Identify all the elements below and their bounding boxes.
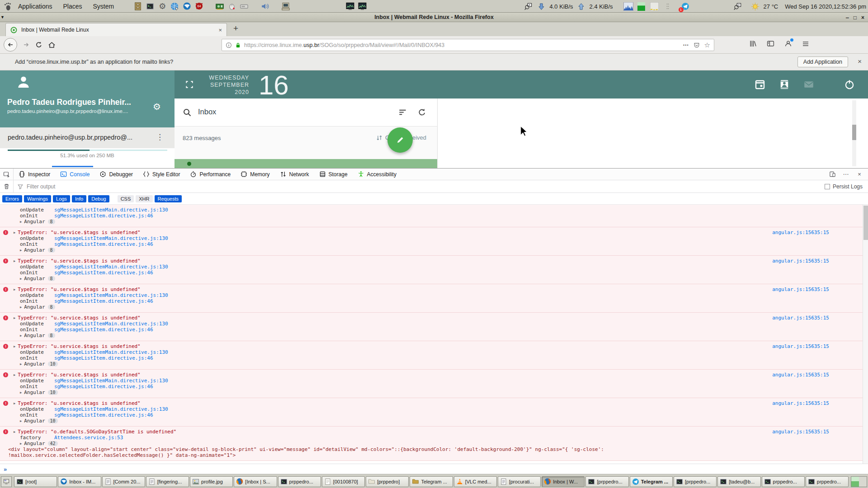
source-link[interactable]: angular.js:15635:15: [772, 258, 829, 264]
devtools-tab-performance[interactable]: Performance: [185, 169, 236, 180]
taskbar-item[interactable]: [Inbox | S...: [234, 476, 277, 487]
account-row[interactable]: pedro.tadeu.pinheiro@usp.br,prppedro@...…: [0, 127, 175, 148]
expand-caret-icon[interactable]: ▶: [20, 277, 22, 281]
expand-caret-icon[interactable]: ▶: [14, 231, 15, 235]
add-application-button[interactable]: Add Application: [797, 56, 848, 67]
mail-icon[interactable]: [803, 79, 815, 90]
filter-chip-errors[interactable]: Errors: [2, 195, 22, 202]
logout-power-icon[interactable]: [844, 79, 855, 90]
expand-caret-icon[interactable]: ▶: [14, 430, 15, 434]
taskbar-item[interactable]: [VLC med...: [454, 476, 497, 487]
taskbar-item[interactable]: [prppedro...: [585, 476, 628, 487]
account-menu-icon[interactable]: ⋮: [156, 132, 164, 142]
source-link[interactable]: angular.js:15635:15: [772, 230, 829, 235]
workstation-icon[interactable]: [281, 1, 291, 11]
volume-icon[interactable]: [260, 1, 270, 11]
account-icon[interactable]: [784, 40, 792, 47]
stack-file-link[interactable]: sgMessageListItem.directive.js:46: [54, 384, 153, 389]
thunderbird-icon[interactable]: [182, 1, 192, 11]
hamburger-menu-icon[interactable]: [802, 40, 809, 47]
tab-close-icon[interactable]: ×: [218, 27, 222, 33]
expand-caret-icon[interactable]: ▶: [20, 362, 22, 366]
angular-frames-line[interactable]: ▶Angular42: [0, 441, 868, 446]
notification-close-icon[interactable]: ×: [858, 57, 862, 65]
taskbar-item[interactable]: prppedro...: [278, 476, 321, 487]
net-graph-icon[interactable]: [623, 1, 633, 11]
expand-caret-icon[interactable]: ▶: [14, 288, 15, 291]
order-sort-icon[interactable]: [376, 135, 382, 141]
persist-logs-checkbox[interactable]: [825, 184, 830, 189]
taskbar-item[interactable]: [prppedro]: [366, 476, 409, 487]
volume-tray-icon[interactable]: [693, 1, 703, 11]
source-link[interactable]: angular.js:15635:15: [772, 315, 829, 321]
logged-html-element[interactable]: <div layout="column" layout-align="start…: [0, 446, 868, 452]
filter-chip-warnings[interactable]: Warnings: [24, 195, 51, 202]
search-tool-icon[interactable]: [733, 1, 743, 11]
bulb-tray-icon[interactable]: [707, 1, 717, 11]
taskbar-item[interactable]: [root]: [14, 476, 57, 487]
stack-file-link[interactable]: sgMessageListItemMain.directive.js:130: [54, 292, 168, 298]
filter-chip-css[interactable]: CSS: [118, 195, 134, 202]
library-icon[interactable]: [749, 40, 757, 47]
refresh-icon[interactable]: [418, 108, 426, 117]
devtools-tab-inspector[interactable]: Inspector: [14, 169, 55, 180]
filter-chip-logs[interactable]: Logs: [53, 195, 70, 202]
source-link[interactable]: angular.js:15635:15: [772, 372, 829, 378]
stack-file-link[interactable]: sgMessageListItemMain.directive.js:130: [54, 264, 168, 270]
stack-file-link[interactable]: sgMessageListItemMain.directive.js:130: [54, 406, 168, 412]
stack-file-link[interactable]: sgMessageListItemMain.directive.js:130: [54, 207, 168, 213]
console-scrollbar[interactable]: [863, 205, 868, 464]
taskbar-item[interactable]: [procurati...: [498, 476, 541, 487]
devtools-tab-network[interactable]: Network: [275, 169, 314, 180]
clear-console-icon[interactable]: [0, 180, 14, 192]
expand-caret-icon[interactable]: ▶: [14, 259, 15, 263]
search-bar[interactable]: Inbox: [175, 99, 437, 127]
source-link[interactable]: angular.js:15635:15: [772, 343, 829, 349]
taskbar-item[interactable]: [tadeu@b...: [717, 476, 760, 487]
grip-icon[interactable]: [663, 1, 673, 11]
menu-applications[interactable]: Applications: [13, 0, 58, 13]
source-link[interactable]: angular.js:15635:15: [772, 400, 829, 406]
compose-fab-button[interactable]: [387, 127, 413, 153]
angular-frames-line[interactable]: ▶Angular8: [0, 219, 868, 225]
taskbar-item[interactable]: Telegram ...: [410, 476, 453, 487]
stack-file-link[interactable]: sgMessageListItem.directive.js:46: [54, 355, 153, 361]
taskbar-item[interactable]: [prppedro...: [674, 476, 717, 487]
workspace-pager[interactable]: [851, 476, 867, 487]
angular-frames-line[interactable]: ▶Angular8: [0, 247, 868, 253]
red-64-app-icon[interactable]: 64: [194, 1, 204, 11]
expand-caret-icon[interactable]: ▶: [14, 402, 15, 405]
vlc-tray-icon[interactable]: [720, 1, 730, 11]
io-graph-icon[interactable]: [650, 1, 660, 11]
calendar-icon[interactable]: [754, 79, 766, 90]
angular-frames-line[interactable]: ▶Angular10: [0, 361, 868, 367]
show-desktop-button[interactable]: [1, 476, 12, 487]
taskbar-item[interactable]: Inbox - IM...: [58, 476, 101, 487]
angular-frames-line[interactable]: ▶Angular8: [0, 304, 868, 310]
menu-system[interactable]: System: [88, 0, 120, 13]
search-tool-icon[interactable]: [524, 1, 533, 11]
video-card-icon[interactable]: [215, 1, 225, 11]
expand-caret-icon[interactable]: ▶: [20, 249, 22, 252]
detail-scrollbar[interactable]: [852, 100, 856, 166]
devtools-close-icon[interactable]: ×: [854, 171, 865, 178]
angular-frames-line[interactable]: ▶Angular8: [0, 333, 868, 338]
expand-caret-icon[interactable]: ▶: [20, 220, 22, 224]
devtools-tab-style-editor[interactable]: Style Editor: [138, 169, 185, 180]
devtools-tab-accessibility[interactable]: Accessibility: [353, 169, 401, 180]
pocket-icon[interactable]: [693, 42, 700, 48]
expand-caret-icon[interactable]: ▶: [20, 442, 22, 446]
stack-file-link[interactable]: sgMessageListItem.directive.js:46: [54, 213, 153, 219]
filter-chip-debug[interactable]: Debug: [88, 195, 109, 202]
maximize-button[interactable]: □: [854, 14, 857, 21]
home-button[interactable]: [48, 41, 56, 49]
sidebar-toggle-icon[interactable]: [767, 40, 774, 47]
taskbar-item[interactable]: Inbox | W...: [542, 476, 585, 487]
expand-caret-icon[interactable]: ▶: [20, 419, 22, 423]
responsive-mode-icon[interactable]: [826, 171, 838, 178]
bookmark-star-icon[interactable]: ☆: [704, 41, 710, 49]
taskbar-item[interactable]: prppedro...: [762, 476, 805, 487]
settings-gears-icon[interactable]: ⚙: [157, 1, 167, 11]
expand-caret-icon[interactable]: ▶: [14, 316, 15, 320]
taskbar-item[interactable]: profile.jpg: [190, 476, 233, 487]
